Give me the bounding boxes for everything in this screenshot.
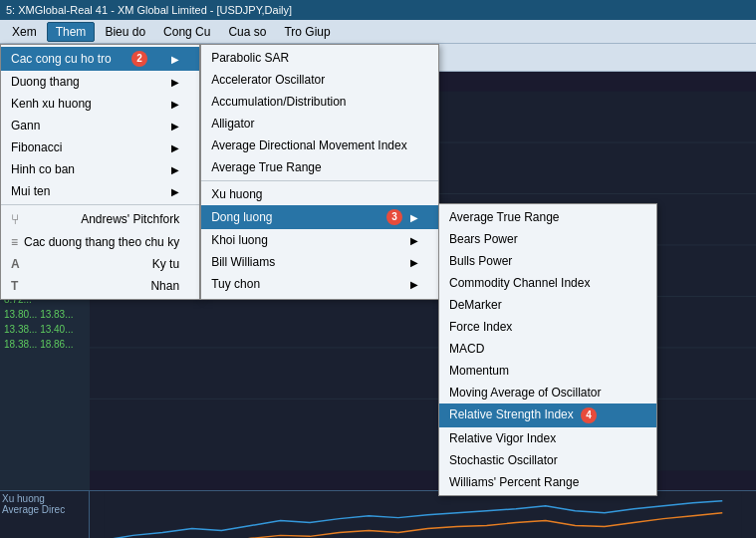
l1-hinh-label: Hinh co ban (11, 162, 75, 176)
l1-nhan-label: Nhan (150, 279, 179, 293)
l1-cac-duong-label: Cac duong thang theo chu ky (24, 235, 179, 249)
l2-xu-huong-label: Xu huong (211, 187, 262, 201)
l2-accelerator-label: Accelerator Oscillator (211, 73, 325, 87)
menu-level3: Average True Range Bears Power Bulls Pow… (438, 203, 657, 496)
l1-fibonacci[interactable]: Fibonacci ▶ (1, 136, 199, 158)
l2-dong-label: Dong luong (211, 210, 272, 224)
menu-xem[interactable]: Xem (4, 23, 45, 41)
l1-cac-cong-cu[interactable]: Cac cong cu ho tro 2 ▶ (1, 47, 199, 71)
l1-duong-thang[interactable]: Duong thang ▶ (1, 71, 199, 93)
price-17: 18.38... 18.86... (0, 337, 90, 352)
l1-nhan[interactable]: T Nhan (1, 275, 199, 297)
title-bar: 5: XMGlobal-Real 41 - XM Global Limited … (0, 0, 756, 20)
l1-hinh-co-ban[interactable]: Hinh co ban ▶ (1, 158, 199, 180)
l3-macd[interactable]: MACD (439, 338, 656, 360)
l3-bears[interactable]: Bears Power (439, 228, 656, 250)
l1-cac-duong[interactable]: ≡ Cac duong thang theo chu ky (1, 231, 199, 253)
l2-khoi-label: Khoi luong (211, 233, 268, 247)
l2-xu-huong[interactable]: Xu huong (201, 183, 438, 205)
l2-tuy-label: Tuy chon (211, 277, 260, 291)
l2-alligator[interactable]: Alligator (201, 113, 438, 134)
menu-bar: Xem Them Bieu do Cong Cu Cua so Tro Giup (0, 20, 756, 44)
l3-force[interactable]: Force Index (439, 316, 656, 338)
l1-arrow: ▶ (171, 54, 179, 65)
l3-avg-true-label: Average True Range (449, 210, 560, 224)
l3-momentum[interactable]: Momentum (439, 360, 656, 382)
a-icon: A (11, 257, 20, 271)
l1-mui-arrow: ▶ (171, 186, 179, 197)
l3-mao[interactable]: Moving Average of Oscillator (439, 382, 656, 404)
l1-fib-arrow: ▶ (171, 142, 179, 153)
l3-mao-label: Moving Average of Oscillator (449, 386, 602, 400)
l2-dong-arrow: ▶ (410, 212, 418, 223)
l1-kenh-label: Kenh xu huong (11, 97, 92, 111)
l2-bill-arrow: ▶ (410, 257, 418, 268)
l1-dt-arrow: ▶ (171, 77, 179, 88)
bottom-panel: Xu huong Average Direc (0, 490, 756, 538)
l2-avg-dir[interactable]: Average Directional Movement Index (201, 134, 438, 156)
price-15: 13.80... 13.83... (0, 307, 90, 322)
l2-bill-label: Bill Williams (211, 255, 275, 269)
l1-kenh-arrow: ▶ (171, 99, 179, 110)
l3-bulls-label: Bulls Power (449, 254, 512, 268)
l1-gann-arrow: ▶ (171, 121, 179, 132)
l3-badge4: 4 (581, 407, 597, 423)
l1-andrews[interactable]: ⑂ Andrews' Pitchfork (1, 207, 199, 231)
l3-stochastic-label: Stochastic Oscillator (449, 453, 558, 467)
t-icon: T (11, 279, 18, 293)
l2-accelerator[interactable]: Accelerator Oscillator (201, 69, 438, 91)
l1-mui-ten[interactable]: Mui ten ▶ (1, 180, 199, 202)
title-text: 5: XMGlobal-Real 41 - XM Global Limited … (6, 4, 292, 16)
l2-tuy-chon[interactable]: Tuy chon ▶ (201, 273, 438, 295)
menu-cuaso[interactable]: Cua so (220, 23, 274, 41)
bottom-label-1: Xu huong (2, 493, 87, 504)
l2-bill[interactable]: Bill Williams ▶ (201, 251, 438, 273)
l1-fibonacci-label: Fibonacci (11, 140, 62, 154)
l3-stochastic[interactable]: Stochastic Oscillator (439, 449, 656, 471)
l2-accumulation[interactable]: Accumulation/Distribution (201, 91, 438, 113)
l3-rvi-label: Relative Vigor Index (449, 431, 556, 445)
l3-rsi[interactable]: Relative Strength Index 4 (439, 404, 656, 427)
l2-khoi-luong[interactable]: Khoi luong ▶ (201, 229, 438, 251)
l1-badge2: 2 (131, 51, 147, 67)
l2-parabolic[interactable]: Parabolic SAR (201, 47, 438, 69)
l1-mui-label: Mui ten (11, 184, 50, 198)
l3-rsi-label: Relative Strength Index (449, 407, 574, 421)
l2-dong-luong[interactable]: Dong luong 3 ▶ (201, 205, 438, 229)
menu-congcu[interactable]: Cong Cu (155, 23, 218, 41)
l2-avg-true[interactable]: Average True Range (201, 156, 438, 178)
l3-bears-label: Bears Power (449, 232, 518, 246)
price-16: 13.38... 13.40... (0, 322, 90, 337)
l2-badge3-area: 3 ▶ (382, 209, 418, 225)
l3-macd-label: MACD (449, 342, 484, 356)
l3-demarker-label: DeMarker (449, 298, 502, 312)
menu-trogiup[interactable]: Tro Giup (276, 23, 338, 41)
l1-gann-label: Gann (11, 119, 40, 133)
l2-khoi-arrow: ▶ (410, 235, 418, 246)
menu-bieudo[interactable]: Bieu do (97, 23, 153, 41)
l3-williams-label: Williams' Percent Range (449, 475, 579, 489)
menu-level2: Parabolic SAR Accelerator Oscillator Acc… (200, 44, 439, 300)
l3-cci[interactable]: Commodity Channel Index (439, 272, 656, 294)
l1-kenh-xu-huong[interactable]: Kenh xu huong ▶ (1, 93, 199, 115)
bottom-sidebar: Xu huong Average Direc (0, 491, 90, 538)
l1-cac-cong-cu-label: Cac cong cu ho tro (11, 52, 112, 66)
l1-ky-tu[interactable]: A Ky tu (1, 253, 199, 275)
l2-badge3: 3 (386, 209, 402, 225)
l3-demarker[interactable]: DeMarker (439, 294, 656, 316)
l3-cci-label: Commodity Channel Index (449, 276, 590, 290)
l1-gann[interactable]: Gann ▶ (1, 115, 199, 136)
l3-williams[interactable]: Williams' Percent Range (439, 471, 656, 493)
lines-icon: ≡ (11, 235, 18, 249)
dropdown-overlay: Cac cong cu ho tro 2 ▶ Duong thang ▶ Ken… (0, 44, 439, 300)
l3-avg-true[interactable]: Average True Range (439, 206, 656, 228)
l2-alligator-label: Alligator (211, 117, 254, 131)
l3-rvi[interactable]: Relative Vigor Index (439, 427, 656, 449)
l1-kytu-label: Ky tu (152, 257, 179, 271)
l3-bulls[interactable]: Bulls Power (439, 250, 656, 272)
l2-sep (201, 180, 438, 181)
menu-them[interactable]: Them (47, 22, 96, 42)
l1-sep (1, 204, 199, 205)
menu-level1: Cac cong cu ho tro 2 ▶ Duong thang ▶ Ken… (0, 44, 200, 300)
l2-accumulation-label: Accumulation/Distribution (211, 95, 346, 109)
